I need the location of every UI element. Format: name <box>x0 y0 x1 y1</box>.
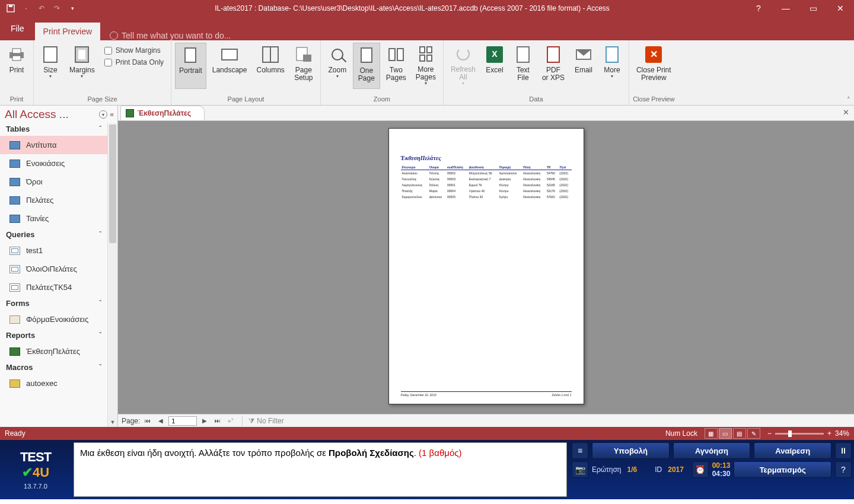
view-print-icon[interactable]: ▭ <box>719 428 732 439</box>
nav-item-antitypa[interactable]: Αντίτυπα <box>0 136 107 154</box>
section-macros-header[interactable]: Macrosˆ <box>0 361 107 374</box>
view-report-icon[interactable]: ▦ <box>705 428 718 439</box>
one-page-button[interactable]: One Page <box>353 43 380 89</box>
query-icon <box>9 247 20 255</box>
zoom-track[interactable] <box>775 433 824 435</box>
pause-icon[interactable]: ⏸ <box>835 442 852 459</box>
ignore-button[interactable]: Αγνόηση <box>673 442 751 459</box>
minimize-icon[interactable]: — <box>772 0 799 17</box>
help-icon[interactable]: ? <box>745 0 772 17</box>
show-margins-checkbox[interactable]: Show Margins <box>104 46 164 55</box>
text-file-button[interactable]: Text File <box>510 43 536 89</box>
report-cell: Κρήνη <box>498 194 522 200</box>
group-page-size-label: Page Size <box>37 95 167 105</box>
close-preview-icon: ✕ <box>644 45 663 64</box>
close-preview-button[interactable]: ✕ Close Print Preview <box>633 43 675 89</box>
file-tab[interactable]: File <box>0 17 35 40</box>
zoom-thumb[interactable] <box>788 430 792 437</box>
printer-icon <box>7 45 26 64</box>
zoom-in-button[interactable]: + <box>827 429 831 438</box>
nav-scrollbar[interactable]: ▲ ▼ <box>107 123 117 427</box>
nav-item-ekthesi-pelates[interactable]: ΈκθεσηΠελάτες <box>0 342 107 361</box>
more-export-button[interactable]: More▾ <box>599 43 625 89</box>
zoom-percent[interactable]: 34% <box>835 429 849 438</box>
landscape-button[interactable]: Landscape <box>209 43 251 89</box>
view-design-icon[interactable]: ✎ <box>747 428 760 439</box>
scroll-down-icon[interactable]: ▼ <box>108 417 117 427</box>
email-icon <box>574 45 593 64</box>
collapse-ribbon-icon[interactable]: ˄ <box>847 96 850 104</box>
section-reports-header[interactable]: Reportsˆ <box>0 328 107 342</box>
filter-icon: ⧩ <box>248 417 254 425</box>
nav-item-tainies[interactable]: Ταινίες <box>0 209 107 228</box>
next-page-button[interactable]: ▶ <box>199 416 210 426</box>
scroll-thumb[interactable] <box>109 125 116 243</box>
report-cell: Γιαννούλης <box>401 176 428 182</box>
undo-icon[interactable]: ↶ <box>34 1 49 15</box>
redo-icon[interactable]: ↷ <box>50 1 64 15</box>
zoom-out-button[interactable]: − <box>767 429 772 438</box>
document-tab-ekthesi[interactable]: ΈκθεσηΠελάτες <box>120 106 205 120</box>
more-pages-button[interactable]: More Pages▾ <box>412 43 439 89</box>
columns-button[interactable]: Columns <box>253 43 288 89</box>
section-queries-header[interactable]: Queriesˆ <box>0 228 107 241</box>
nav-item-pelates-tk54[interactable]: ΠελάτεςΤΚ54 <box>0 278 107 296</box>
page-setup-button[interactable]: Page Setup <box>291 43 317 89</box>
size-button[interactable]: Size▾ <box>37 43 63 89</box>
report-cell: Διοίκηση <box>498 176 522 182</box>
title-bar: · ↶ ↷ ▾ IL-ates2017 : Database- C:\Users… <box>0 0 854 17</box>
preview-surface[interactable]: ΈκθεσηΠελάτες ΕπώνυμοΌνομακωδΠελάτηΔιεύθ… <box>118 121 854 414</box>
excel-icon: X <box>485 45 504 64</box>
pdf-xps-button[interactable]: PDF or XPS <box>538 43 568 89</box>
excel-button[interactable]: X Excel <box>482 43 508 89</box>
print-button[interactable]: Print <box>4 43 30 89</box>
email-button[interactable]: Email <box>571 43 597 89</box>
report-col-header: Επώνυμο <box>401 165 428 170</box>
submit-label: Υποβολή <box>614 446 648 455</box>
no-filter-indicator[interactable]: ⧩No Filter <box>248 417 283 425</box>
submit-button[interactable]: Υποβολή <box>592 442 670 459</box>
nav-item-oroi[interactable]: Όροι <box>0 173 107 191</box>
pdf-xps-label: PDF or XPS <box>542 66 565 82</box>
menu-icon[interactable]: ≡ <box>572 442 588 459</box>
nav-item-enoikiaseis[interactable]: Ενοικιάσεις <box>0 154 107 173</box>
terminate-button[interactable]: Τερματισμός <box>734 461 831 478</box>
nav-item-autoexec[interactable]: autoexec <box>0 374 107 393</box>
margins-button[interactable]: Margins▾ <box>66 43 98 89</box>
view-layout-icon[interactable]: ▤ <box>733 428 746 439</box>
nav-collapse-icon[interactable]: « <box>110 110 114 119</box>
nav-item-pelates[interactable]: Πελάτες <box>0 191 107 209</box>
nav-item-test1[interactable]: test1 <box>0 241 107 260</box>
time-total: 04:30 <box>712 470 731 478</box>
camera-icon[interactable]: 📷 <box>572 461 588 478</box>
restore-icon[interactable]: ▭ <box>799 0 827 17</box>
print-preview-tab[interactable]: Print Preview <box>35 23 100 40</box>
first-page-button[interactable]: ⏮ <box>142 416 153 426</box>
nav-item-label: test1 <box>26 246 43 255</box>
two-pages-button[interactable]: Two Pages <box>383 43 410 89</box>
nav-item-oloi-pelates[interactable]: ΌλοιΟιΠελάτες <box>0 260 107 278</box>
report-cell: 00003 <box>446 176 468 182</box>
zoom-button[interactable]: Zoom▾ <box>324 43 350 89</box>
help-icon[interactable]: ? <box>835 461 852 478</box>
close-tab-icon[interactable]: ✕ <box>843 108 849 117</box>
clock-icon[interactable]: ⏰ <box>692 461 709 478</box>
test4u-logo: TEST ✔4U 13.7.7.0 <box>0 440 71 499</box>
page-number-input[interactable] <box>168 416 197 426</box>
print-data-only-checkbox[interactable]: Print Data Only <box>104 58 164 66</box>
nav-title[interactable]: All Access ... <box>5 108 69 121</box>
qat-separator: · <box>19 1 33 15</box>
tell-me-search[interactable]: Tell me what you want to do... <box>110 31 231 40</box>
portrait-button[interactable]: Portrait <box>175 43 206 89</box>
qat-customize-icon[interactable]: ▾ <box>65 1 79 15</box>
save-icon[interactable] <box>4 1 18 15</box>
nav-item-forma-enoikiaseis[interactable]: ΦόρμαΕνοικιάσεις <box>0 310 107 328</box>
close-icon[interactable]: ✕ <box>827 0 854 17</box>
nav-dropdown-icon[interactable]: ▾ <box>99 110 107 119</box>
section-tables-header[interactable]: Tablesˆ <box>0 122 107 136</box>
prev-page-button[interactable]: ◀ <box>155 416 166 426</box>
text-file-label: Text File <box>517 66 530 82</box>
last-page-button[interactable]: ⏭ <box>212 416 223 426</box>
section-forms-header[interactable]: Formsˆ <box>0 296 107 310</box>
undo-button[interactable]: Αναίρεση <box>754 442 831 459</box>
